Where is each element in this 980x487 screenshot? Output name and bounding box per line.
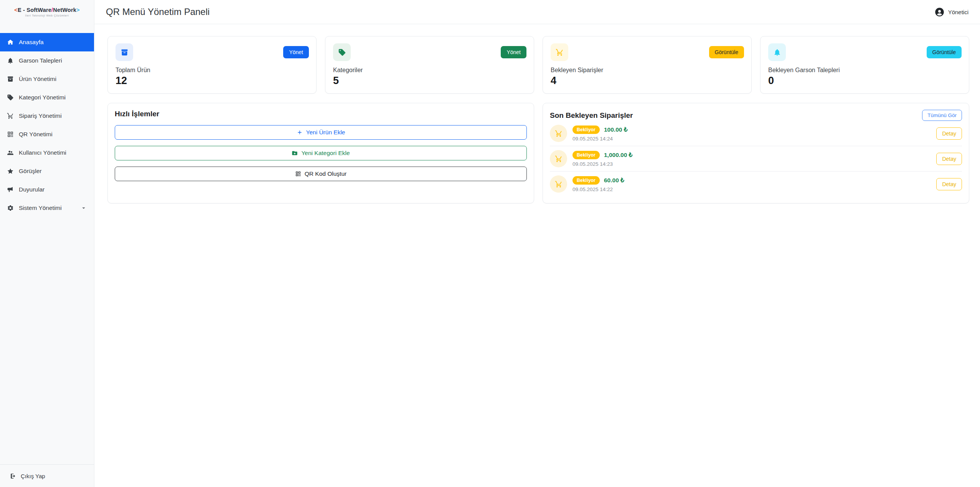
create-qr-button[interactable]: QR Kod Oluştur xyxy=(115,167,527,181)
status-badge: Bekliyor xyxy=(572,176,600,185)
view-waiter-requests-button[interactable]: Görüntüle xyxy=(927,46,962,58)
stat-label: Toplam Ürün xyxy=(115,67,309,74)
star-icon xyxy=(7,168,14,175)
folder-plus-icon xyxy=(292,150,298,156)
page-title: QR Menü Yönetim Paneli xyxy=(106,7,210,17)
order-row: Bekliyor 100.00 ₺ 09.05.2025 14:24 Detay xyxy=(550,121,962,146)
order-datetime: 09.05.2025 14:23 xyxy=(572,161,632,167)
order-amount: 1,000.00 ₺ xyxy=(604,152,633,158)
cart-icon xyxy=(555,180,563,188)
manage-products-button[interactable]: Yönet xyxy=(283,46,309,58)
cart-icon xyxy=(555,130,563,137)
logout-label: Çıkış Yap xyxy=(21,473,45,479)
sidebar-item-label: Duyurular xyxy=(19,186,45,193)
users-icon xyxy=(7,149,14,156)
megaphone-icon xyxy=(7,186,14,193)
order-detail-button[interactable]: Detay xyxy=(936,178,962,190)
logo-bracket-right: > xyxy=(76,7,80,13)
stat-value: 4 xyxy=(551,75,744,87)
sidebar-item-sistem-yonetimi[interactable]: Sistem Yönetimi xyxy=(0,199,94,217)
sidebar-item-qr-yonetimi[interactable]: QR Yönetimi xyxy=(0,125,94,144)
order-amount: 100.00 ₺ xyxy=(604,126,628,133)
pending-orders-panel: Son Bekleyen Siparişler Tümünü Gör Bekli… xyxy=(543,103,969,203)
stat-card-toplam-urun: Yönet Toplam Ürün 12 xyxy=(107,36,317,94)
order-amount: 60.00 ₺ xyxy=(604,177,624,184)
stat-card-bekleyen-garson-talepleri: Görüntüle Bekleyen Garson Talepleri 0 xyxy=(760,36,969,94)
status-badge: Bekliyor xyxy=(572,125,600,134)
logo-part1: E - SoftWare xyxy=(18,7,51,13)
sidebar-item-gorusler[interactable]: Görüşler xyxy=(0,162,94,180)
app-logo: <E - SoftWare/NetWork> İleri Teknoloji W… xyxy=(0,0,94,24)
sidebar-item-anasayfa[interactable]: Anasayfa xyxy=(0,33,94,51)
add-category-button[interactable]: Yeni Kategori Ekle xyxy=(115,146,527,160)
sidebar-item-siparis-yonetimi[interactable]: Sipariş Yönetimi xyxy=(0,107,94,125)
logo-bracket-left: < xyxy=(14,7,18,13)
add-product-button[interactable]: Yeni Ürün Ekle xyxy=(115,125,527,140)
sidebar-item-label: Sistem Yönetimi xyxy=(19,205,62,211)
view-all-orders-button[interactable]: Tümünü Gör xyxy=(922,110,962,121)
gear-icon xyxy=(7,205,14,211)
stat-label: Bekleyen Garson Talepleri xyxy=(768,67,961,74)
logout-button[interactable]: Çıkış Yap xyxy=(0,464,94,487)
cart-icon xyxy=(555,155,563,163)
person-circle-icon xyxy=(934,7,945,17)
sidebar-item-label: Sipariş Yönetimi xyxy=(19,112,62,119)
user-label: Yönetici xyxy=(948,9,968,15)
sidebar-item-label: Garson Talepleri xyxy=(19,57,62,64)
sidebar-nav: Anasayfa Garson Talepleri Ürün Yönetimi … xyxy=(0,24,94,464)
bell-icon xyxy=(773,48,781,56)
sidebar-item-label: Görüşler xyxy=(19,168,41,175)
sidebar-item-urun-yonetimi[interactable]: Ürün Yönetimi xyxy=(0,70,94,88)
panels-row: Hızlı İşlemler Yeni Ürün Ekle Yeni Kateg… xyxy=(107,103,969,203)
tag-icon xyxy=(7,94,14,101)
status-badge: Bekliyor xyxy=(572,151,600,159)
pending-orders-title: Son Bekleyen Siparişler xyxy=(550,111,633,120)
bell-icon xyxy=(7,57,14,64)
main-column: QR Menü Yönetim Paneli Yönetici Yönet To… xyxy=(94,0,980,487)
sidebar-item-label: Anasayfa xyxy=(19,39,44,46)
stat-label: Bekleyen Siparişler xyxy=(551,67,744,74)
tag-icon xyxy=(338,48,346,56)
stat-value: 0 xyxy=(768,75,961,87)
topbar: QR Menü Yönetim Paneli Yönetici xyxy=(94,0,980,24)
box-icon xyxy=(120,48,129,56)
quick-actions-title: Hızlı İşlemler xyxy=(115,110,527,118)
box-icon xyxy=(7,76,14,83)
quick-actions-panel: Hızlı İşlemler Yeni Ürün Ekle Yeni Kateg… xyxy=(107,103,534,203)
stat-card-bekleyen-siparisler: Görüntüle Bekleyen Siparişler 4 xyxy=(543,36,752,94)
sidebar: <E - SoftWare/NetWork> İleri Teknoloji W… xyxy=(0,0,94,487)
order-detail-button[interactable]: Detay xyxy=(936,127,962,140)
plus-icon xyxy=(297,129,303,135)
stat-value: 5 xyxy=(333,75,526,87)
sidebar-item-kullanici-yonetimi[interactable]: Kullanıcı Yönetimi xyxy=(0,144,94,162)
order-row: Bekliyor 60.00 ₺ 09.05.2025 14:22 Detay xyxy=(550,172,962,196)
order-datetime: 09.05.2025 14:22 xyxy=(572,187,624,192)
order-detail-button[interactable]: Detay xyxy=(936,153,962,165)
logo-part2: NetWork xyxy=(53,7,76,13)
sidebar-item-label: Ürün Yönetimi xyxy=(19,76,56,83)
order-row: Bekliyor 1,000.00 ₺ 09.05.2025 14:23 Det… xyxy=(550,146,962,172)
order-datetime: 09.05.2025 14:24 xyxy=(572,136,628,142)
cart-icon xyxy=(556,48,564,56)
cart-icon xyxy=(7,112,14,119)
logo-tagline: İleri Teknoloji Web Çözümleri xyxy=(25,14,69,17)
chevron-down-icon xyxy=(80,205,87,211)
stat-value: 12 xyxy=(115,75,309,87)
qrcode-icon xyxy=(7,131,14,138)
sign-out-icon xyxy=(10,473,16,479)
home-icon xyxy=(7,39,14,46)
stat-label: Kategoriler xyxy=(333,67,526,74)
qrcode-icon xyxy=(295,171,301,177)
sidebar-item-label: QR Yönetimi xyxy=(19,131,53,138)
sidebar-item-label: Kullanıcı Yönetimi xyxy=(19,149,66,156)
view-orders-button[interactable]: Görüntüle xyxy=(709,46,744,58)
sidebar-item-duyurular[interactable]: Duyurular xyxy=(0,180,94,199)
sidebar-item-kategori-yonetimi[interactable]: Kategori Yönetimi xyxy=(0,88,94,107)
user-menu[interactable]: Yönetici xyxy=(934,7,968,17)
manage-categories-button[interactable]: Yönet xyxy=(501,46,526,58)
dashboard-content: Yönet Toplam Ürün 12 Yönet Kategoriler 5… xyxy=(94,24,980,487)
sidebar-item-label: Kategori Yönetimi xyxy=(19,94,66,101)
stat-card-kategoriler: Yönet Kategoriler 5 xyxy=(325,36,534,94)
stats-row: Yönet Toplam Ürün 12 Yönet Kategoriler 5… xyxy=(107,36,969,94)
sidebar-item-garson-talepleri[interactable]: Garson Talepleri xyxy=(0,51,94,70)
